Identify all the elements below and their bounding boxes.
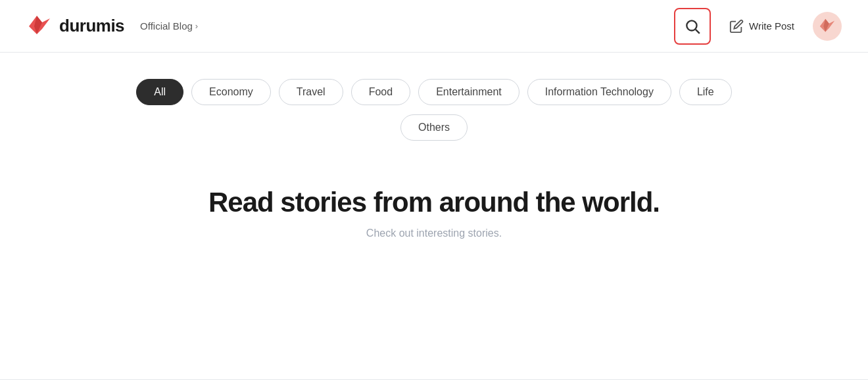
header-left: durumis Official Blog › bbox=[26, 13, 198, 39]
categories-section: AllEconomyTravelFoodEntertainmentInforma… bbox=[0, 53, 868, 154]
edit-icon bbox=[729, 19, 744, 34]
category-pill-food[interactable]: Food bbox=[351, 79, 410, 105]
official-blog-link[interactable]: Official Blog › bbox=[140, 20, 198, 32]
logo-icon bbox=[26, 13, 53, 39]
search-button[interactable] bbox=[674, 8, 711, 45]
svg-point-2 bbox=[687, 20, 696, 30]
hero-subtitle: Check out interesting stories. bbox=[366, 227, 502, 239]
write-post-button[interactable]: Write Post bbox=[721, 14, 802, 39]
category-pill-others[interactable]: Others bbox=[400, 114, 468, 141]
header: durumis Official Blog › Write Post bbox=[0, 0, 868, 53]
categories-row-1: AllEconomyTravelFoodEntertainmentInforma… bbox=[136, 79, 731, 105]
category-pill-economy[interactable]: Economy bbox=[191, 79, 271, 105]
logo[interactable]: durumis bbox=[26, 13, 124, 39]
avatar-icon bbox=[818, 17, 836, 36]
write-post-label: Write Post bbox=[749, 20, 794, 32]
categories-row-2: Others bbox=[400, 114, 468, 141]
avatar[interactable] bbox=[813, 12, 842, 41]
logo-text: durumis bbox=[59, 16, 124, 36]
category-pill-life[interactable]: Life bbox=[679, 79, 732, 105]
nav-link-label: Official Blog bbox=[140, 20, 193, 32]
svg-line-3 bbox=[696, 29, 700, 33]
hero-section: Read stories from around the world. Chec… bbox=[0, 154, 868, 259]
category-pill-travel[interactable]: Travel bbox=[279, 79, 343, 105]
chevron-right-icon: › bbox=[195, 21, 198, 31]
hero-title: Read stories from around the world. bbox=[208, 187, 660, 218]
category-pill-entertainment[interactable]: Entertainment bbox=[418, 79, 519, 105]
category-pill-all[interactable]: All bbox=[136, 79, 183, 105]
search-icon bbox=[684, 18, 701, 35]
category-pill-information-technology[interactable]: Information Technology bbox=[527, 79, 671, 105]
header-right: Write Post bbox=[674, 8, 842, 45]
